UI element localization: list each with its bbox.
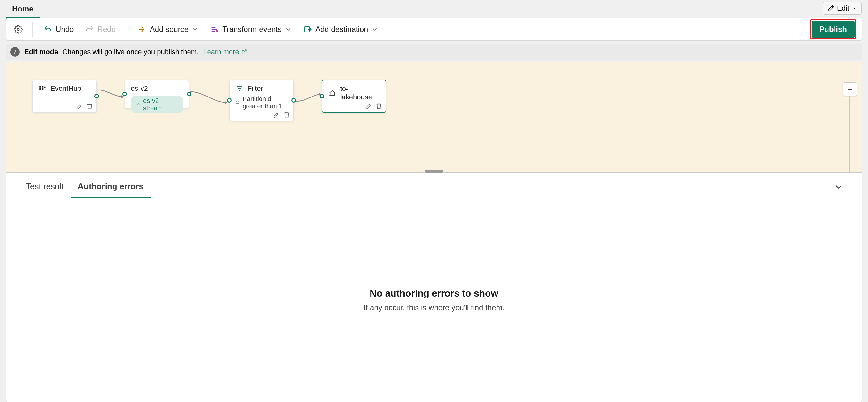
svg-point-10 <box>44 87 45 88</box>
stream-icon <box>135 102 141 107</box>
edit-mode-infobar: i Edit mode Changes will go live once yo… <box>6 44 862 60</box>
edit-menu-button[interactable]: Edit <box>823 2 862 15</box>
publish-button[interactable]: Publish <box>811 21 855 38</box>
undo-button[interactable]: Undo <box>40 23 77 36</box>
add-destination-button[interactable]: Add destination <box>300 23 381 36</box>
panel-collapse-button[interactable] <box>831 180 846 196</box>
svg-rect-11 <box>236 102 239 103</box>
panel-resize-grip[interactable] <box>425 170 443 173</box>
port-in[interactable] <box>320 94 324 98</box>
empty-title: No authoring errors to show <box>370 288 498 299</box>
add-destination-label: Add destination <box>315 25 368 34</box>
port-out[interactable] <box>187 92 191 96</box>
port-in[interactable] <box>122 92 127 96</box>
pencil-icon[interactable] <box>76 103 83 110</box>
port-in[interactable] <box>227 98 231 103</box>
infobar-mode: Edit mode <box>24 48 58 56</box>
tab-home[interactable]: Home <box>6 0 40 19</box>
redo-icon <box>85 25 94 34</box>
canvas-guideline <box>849 96 850 173</box>
svg-rect-8 <box>42 86 43 87</box>
node-filter-condition: PartitionId greater than 1 <box>243 95 288 110</box>
add-node-button[interactable]: + <box>843 82 857 96</box>
add-destination-icon <box>303 25 312 34</box>
toolbar: Undo Redo Add source Transform events Ad… <box>6 18 862 41</box>
node-destination-lakehouse[interactable]: to-lakehouse <box>322 80 386 113</box>
flow-canvas[interactable]: EventHub es-v2 es-v2-stream Fil <box>6 62 862 173</box>
eventhub-icon <box>38 85 46 93</box>
svg-point-0 <box>17 28 20 31</box>
svg-point-1 <box>216 30 218 32</box>
stream-chip-label: es-v2-stream <box>143 97 179 112</box>
learn-more-link[interactable]: Learn more <box>203 48 247 56</box>
infobar-message: Changes will go live once you publish th… <box>62 48 199 56</box>
node-filter[interactable]: Filter PartitionId greater than 1 <box>229 80 294 121</box>
chevron-down-icon <box>285 26 292 33</box>
edge-stream-filter <box>188 89 232 105</box>
node-source-eventhub[interactable]: EventHub <box>32 80 97 113</box>
redo-button: Redo <box>82 23 119 36</box>
chevron-down-icon <box>192 26 199 33</box>
node-stream-title: es-v2 <box>131 85 148 93</box>
panel-body-empty: No authoring errors to show If any occur… <box>6 198 862 402</box>
svg-rect-7 <box>39 88 41 90</box>
trash-icon[interactable] <box>375 103 382 109</box>
add-source-button[interactable]: Add source <box>134 23 202 36</box>
transform-label: Transform events <box>222 25 282 34</box>
gear-icon <box>14 25 23 34</box>
node-stream-esv2[interactable]: es-v2 es-v2-stream <box>125 80 189 108</box>
transform-icon <box>210 25 219 34</box>
chevron-down-icon <box>834 182 843 192</box>
port-out[interactable] <box>94 94 99 98</box>
info-icon: i <box>10 47 20 57</box>
pencil-icon <box>828 5 835 12</box>
panel-tabs: Test result Authoring errors <box>6 173 862 198</box>
edit-menu-label: Edit <box>837 4 849 12</box>
lakehouse-icon <box>328 89 336 97</box>
tab-test-result[interactable]: Test result <box>19 177 71 198</box>
pencil-icon[interactable] <box>365 103 372 109</box>
pencil-icon[interactable] <box>273 111 280 118</box>
redo-label: Redo <box>97 25 116 34</box>
caret-down-icon <box>852 6 857 11</box>
external-link-icon <box>241 49 247 55</box>
filter-icon <box>235 85 244 93</box>
stream-chip: es-v2-stream <box>131 96 183 113</box>
undo-icon <box>43 25 52 34</box>
add-source-icon <box>138 25 147 34</box>
svg-rect-9 <box>42 88 43 90</box>
empty-subtitle: If any occur, this is where you'll find … <box>364 303 504 312</box>
undo-label: Undo <box>56 25 74 34</box>
settings-button[interactable] <box>12 23 25 36</box>
port-out[interactable] <box>291 98 296 103</box>
condition-icon <box>235 99 240 106</box>
publish-highlight: Publish <box>810 20 856 39</box>
node-source-title: EventHub <box>51 85 81 93</box>
svg-marker-4 <box>225 101 227 104</box>
tab-authoring-errors[interactable]: Authoring errors <box>71 177 151 198</box>
node-filter-title: Filter <box>247 85 263 93</box>
trash-icon[interactable] <box>283 111 290 118</box>
transform-events-button[interactable]: Transform events <box>207 23 295 36</box>
chevron-down-icon <box>371 26 378 33</box>
trash-icon[interactable] <box>86 103 93 110</box>
learn-more-label: Learn more <box>203 48 239 56</box>
add-source-label: Add source <box>150 25 188 34</box>
svg-rect-6 <box>39 86 41 87</box>
node-dest-title: to-lakehouse <box>340 85 380 101</box>
